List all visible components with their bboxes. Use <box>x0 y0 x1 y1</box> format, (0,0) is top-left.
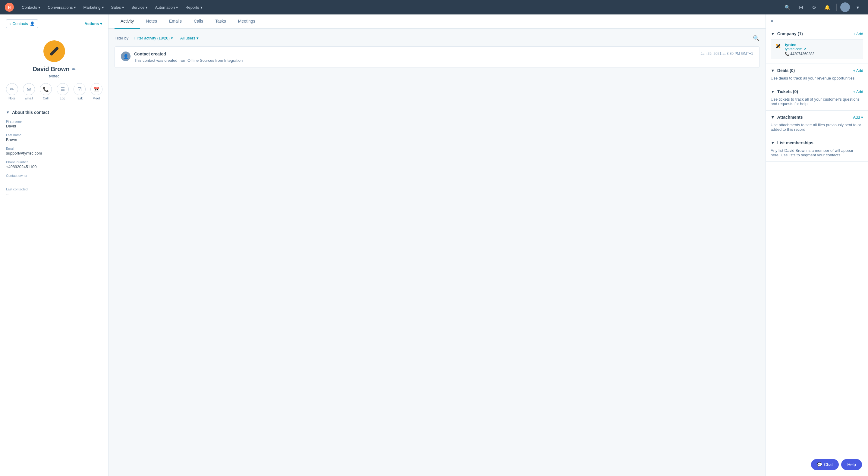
action-call[interactable]: 📞 Call <box>40 83 52 100</box>
about-chevron-icon[interactable]: ▼ <box>6 110 10 115</box>
about-section-header: ▼ About this contact <box>6 110 102 115</box>
attachments-section-title: ▼ Attachments <box>771 115 803 120</box>
list-memberships-section-header: ▼ List memberships <box>771 140 863 145</box>
last-name-value[interactable]: Brown <box>6 137 102 142</box>
attachments-section: ▼ Attachments Add ▾ Use attachments to s… <box>766 110 868 136</box>
nav-automation[interactable]: Automation ▾ <box>152 0 181 14</box>
nav-divider <box>836 4 837 11</box>
deals-chevron-icon[interactable]: ▼ <box>771 68 775 73</box>
list-memberships-empty-text: Any list David Brown is a member of will… <box>771 148 863 157</box>
hubspot-logo[interactable]: H <box>5 3 14 12</box>
tickets-add-button[interactable]: + Add <box>853 90 863 94</box>
nav-service[interactable]: Service ▾ <box>128 0 151 14</box>
first-name-value[interactable]: David <box>6 124 102 128</box>
email-value[interactable]: support@tyntec.com <box>6 151 102 155</box>
actions-button[interactable]: Actions ▾ <box>84 21 102 26</box>
help-button[interactable]: Help <box>841 459 862 470</box>
nav-sales[interactable]: Sales ▾ <box>108 0 127 14</box>
company-section-header: ▼ Company (1) + Add <box>771 31 863 36</box>
tab-activity[interactable]: Activity <box>115 14 140 29</box>
activity-card: 👤 Contact created Jan 29, 2021 at 3:30 P… <box>115 46 760 68</box>
user-avatar[interactable] <box>840 2 850 12</box>
tabs-bar: Activity Notes Emails Calls Tasks Meetin… <box>108 14 766 29</box>
edit-contact-icon[interactable]: ✏ <box>72 67 76 72</box>
attachments-add-button[interactable]: Add ▾ <box>853 115 863 120</box>
search-icon[interactable]: 🔍 <box>782 2 793 13</box>
nav-marketing[interactable]: Marketing ▾ <box>80 0 107 14</box>
right-sidebar: » ▼ Company (1) + Add <box>766 14 868 476</box>
last-contacted-value[interactable]: -- <box>6 192 102 196</box>
tab-emails[interactable]: Emails <box>163 14 188 29</box>
settings-icon[interactable]: ⚙ <box>809 2 819 13</box>
contact-owner-label: Contact owner <box>6 174 102 178</box>
external-link-icon: ↗ <box>803 47 806 51</box>
list-memberships-chevron-icon[interactable]: ▼ <box>771 140 775 145</box>
phone-label: Phone number <box>6 160 102 164</box>
filter-by-label: Filter by: <box>115 36 130 40</box>
note-label: Note <box>8 96 16 100</box>
back-label: Contacts <box>12 21 28 26</box>
phone-value[interactable]: +4989202451100 <box>6 164 102 169</box>
activity-time: Jan 29, 2021 at 3:30 PM GMT+1 <box>701 52 753 56</box>
all-users-label: All users <box>180 36 195 40</box>
activity-content: Contact created Jan 29, 2021 at 3:30 PM … <box>134 52 753 63</box>
marketplace-icon[interactable]: ⊞ <box>795 2 806 13</box>
about-section-title: About this contact <box>12 110 49 115</box>
filter-activity-button[interactable]: Filter activity (18/20) ▾ <box>132 35 176 41</box>
all-users-filter-button[interactable]: All users ▾ <box>178 35 201 41</box>
collapse-sidebar-button[interactable]: » <box>766 14 868 27</box>
tab-tasks[interactable]: Tasks <box>209 14 232 29</box>
deals-section: ▼ Deals (0) + Add Use deals to track all… <box>766 64 868 85</box>
field-phone: Phone number +4989202451100 <box>6 160 102 169</box>
chat-button[interactable]: 💬 Chat <box>811 459 839 470</box>
filter-bar: Filter by: Filter activity (18/20) ▾ All… <box>115 35 760 41</box>
company-chevron-icon[interactable]: ▼ <box>771 31 775 36</box>
deals-add-button[interactable]: + Add <box>853 68 863 73</box>
activity-search-icon[interactable]: 🔍 <box>753 35 760 41</box>
content-area: Filter by: Filter activity (18/20) ▾ All… <box>108 29 766 476</box>
company-logo-icon <box>775 42 782 51</box>
notifications-icon[interactable]: 🔔 <box>822 2 833 13</box>
log-label: Log <box>60 96 65 100</box>
contact-profile: David Brown ✏ tyntec ✏ Note ✉ Email 📞 Ca… <box>0 33 108 105</box>
contact-owner-value[interactable] <box>6 178 102 183</box>
company-add-button[interactable]: + Add <box>853 32 863 36</box>
tab-meetings[interactable]: Meetings <box>232 14 261 29</box>
nav-reports[interactable]: Reports ▾ <box>182 0 206 14</box>
company-info: tyntec tyntec.com ↗ 📞 442074360283 <box>785 42 859 56</box>
last-name-label: Last name <box>6 133 102 137</box>
actions-label: Actions <box>84 21 99 26</box>
task-label: Task <box>76 96 83 100</box>
sidebar-header: ‹ Contacts 👤 Actions ▾ <box>0 14 108 33</box>
nav-contacts[interactable]: Contacts ▾ <box>19 0 43 14</box>
left-sidebar: ‹ Contacts 👤 Actions ▾ David Br <box>0 14 108 476</box>
tab-notes[interactable]: Notes <box>140 14 163 29</box>
deals-empty-text: Use deals to track all your revenue oppo… <box>771 76 863 81</box>
chat-widget: 💬 Chat Help <box>811 459 862 470</box>
field-first-name: First name David <box>6 120 102 128</box>
action-task[interactable]: ☑ Task <box>73 83 86 100</box>
action-log[interactable]: ☰ Log <box>57 83 69 100</box>
field-last-name: Last name Brown <box>6 133 102 142</box>
company-website[interactable]: tyntec.com ↗ <box>785 47 859 51</box>
company-name[interactable]: tyntec <box>785 42 859 47</box>
all-users-chevron-icon: ▾ <box>196 36 198 40</box>
activity-body: This contact was created from Offline So… <box>134 58 753 63</box>
action-note[interactable]: ✏ Note <box>6 83 18 100</box>
action-meet[interactable]: 📅 Meet <box>90 83 102 100</box>
tickets-chevron-icon[interactable]: ▼ <box>771 89 775 94</box>
tickets-section-header: ▼ Tickets (0) + Add <box>771 89 863 94</box>
back-to-contacts-button[interactable]: ‹ Contacts 👤 <box>6 19 38 28</box>
action-email[interactable]: ✉ Email <box>23 83 35 100</box>
about-section: ▼ About this contact First name David La… <box>0 105 108 206</box>
chat-bubble-icon: 💬 <box>817 462 822 467</box>
tab-calls[interactable]: Calls <box>188 14 209 29</box>
nav-conversations[interactable]: Conversations ▾ <box>44 0 79 14</box>
list-memberships-section: ▼ List memberships Any list David Brown … <box>766 136 868 162</box>
filter-activity-label: Filter activity (18/20) <box>134 36 170 40</box>
field-last-contacted: Last contacted -- <box>6 187 102 196</box>
filter-activity-chevron-icon: ▾ <box>171 36 173 40</box>
contact-name: David Brown ✏ <box>33 66 75 73</box>
account-chevron-icon[interactable]: ▾ <box>852 2 863 13</box>
attachments-chevron-icon[interactable]: ▼ <box>771 115 775 120</box>
